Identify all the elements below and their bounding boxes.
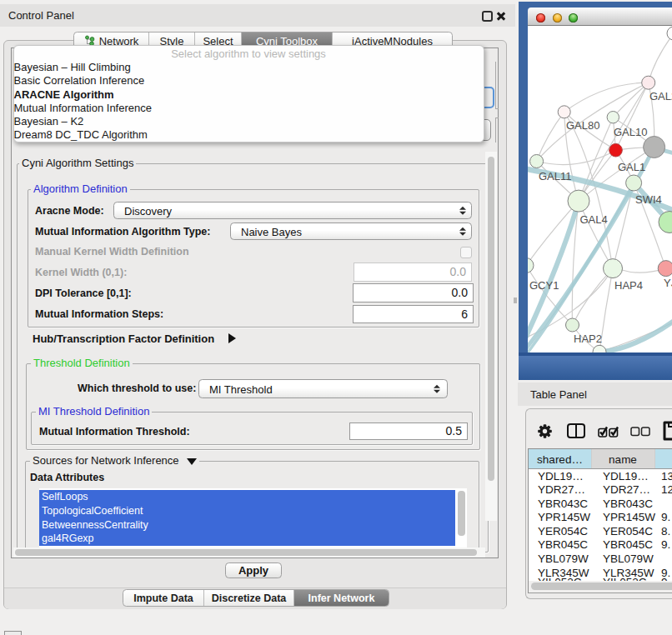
svg-text:HAP2: HAP2 <box>574 332 602 345</box>
svg-text:YJ: YJ <box>664 277 672 289</box>
svg-text:GCY1: GCY1 <box>529 279 559 292</box>
svg-text:GAL80: GAL80 <box>566 119 599 132</box>
svg-text:GAL4: GAL4 <box>580 212 608 225</box>
svg-text:GAL10: GAL10 <box>614 126 647 138</box>
svg-text:SWI4: SWI4 <box>635 193 662 206</box>
svg-text:GAL2: GAL2 <box>649 90 672 102</box>
svg-text:GAL11: GAL11 <box>539 170 572 182</box>
svg-text:GAL1: GAL1 <box>618 161 645 173</box>
svg-text:HAP4: HAP4 <box>614 278 643 291</box>
